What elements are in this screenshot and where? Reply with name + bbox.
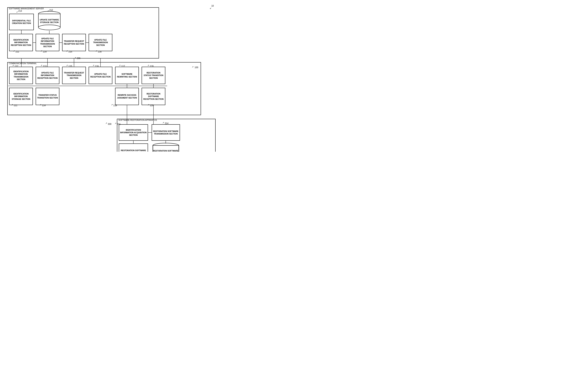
restoration-software-transmission-box: RESTORATION SOFTWARE TRANSMISSION SECTIO… [152, 124, 180, 141]
update-file-info-reception-box: UPDATE FILE INFORMATION RECEPTION SECTIO… [36, 67, 59, 84]
ref-215: 215 [69, 50, 72, 53]
restoration-software-storage-box: RESTORATION SOFTWARE STORAGE SECTION [152, 142, 180, 152]
ref-113: 113 [43, 65, 47, 68]
restoration-status-transition-box: RESTORATION STATUS TRANSITION SECTION [142, 67, 165, 84]
ref-311: 311 [117, 123, 121, 125]
id-info-acquisition-box: IDENTIFICATION INFORMATION ACQUISITION S… [119, 124, 148, 141]
ref-314: 314 [165, 122, 168, 125]
update-software-storage-box: UPDATE SOFTWARE STORAGE SECTION [38, 11, 61, 31]
ref-214: 214 [43, 50, 47, 53]
ref-111: 111 [14, 104, 17, 107]
restoration-ref-curve: ↗ [105, 122, 107, 125]
restoration-label: SOFTWARE RESTORATION APPARATUS [118, 119, 157, 121]
ref-10: 10 [211, 5, 214, 7]
ref-114: 114 [42, 104, 46, 107]
ref-116: 116 [95, 65, 99, 68]
update-file-transmission-box: UPDATE FILE TRANSMISSION SECTION [89, 34, 112, 51]
comm-ref-curve: ↗ [192, 66, 193, 68]
restoration-software-selection-box: RESTORATION SOFTWARE SELECTION SECTION [119, 143, 148, 152]
ref-115: 115 [69, 65, 72, 68]
ref-216: 216 [98, 50, 102, 53]
rewrite-success-judgment-box: REWRITE SUCCESS JUDGMENT SECTION [115, 88, 139, 105]
update-file-info-transmission-box: UPDATE FILE INFORMATION TRANSMISSION SEC… [36, 34, 59, 51]
ref-212: 212 [49, 9, 53, 11]
server-label: SOFTWARE MANAGEMENT SERVER [9, 8, 44, 10]
restoration-ref: 300 [108, 123, 111, 125]
comm-ref: 100 [194, 66, 198, 69]
transfer-request-reception-box: TRANSFER REQUEST RECEPTION SECTION [62, 34, 86, 51]
ref-117: 117 [121, 65, 125, 68]
server-ref: 200 [77, 57, 80, 60]
ref-119: 119 [150, 65, 153, 68]
svg-point-2 [38, 25, 60, 30]
server-ref-curve: ↗ [74, 57, 76, 59]
transfer-request-transmission-box: TRANSFER REQUEST TRANSMISSION SECTION [62, 67, 86, 84]
ref-10-arrow: ↙ [210, 7, 212, 10]
id-info-storage-box: IDENTIFICATION INFORMATION STORAGE SECTI… [9, 88, 33, 105]
id-info-reception-box: IDENTIFICATION INFORMATION RECEPTION SEC… [9, 34, 33, 51]
ref-211: 211 [15, 50, 19, 53]
diagram-container: 10 ↙ SOFTWARE MANAGEMENT SERVER 200 ↗ CO… [4, 4, 216, 148]
ref-120: 120 [150, 104, 153, 107]
ref-213: 213 [18, 10, 22, 12]
ref-112: 112 [15, 65, 18, 68]
restoration-software-reception-box: RESTORATION SOFTWARE RECEPTION SECTION [142, 88, 165, 105]
software-rewriting-box: SOFTWARE REWRITING SECTION [115, 67, 139, 84]
transfer-status-transition-box: TRANSFER STATUS TRANSITION SECTION [36, 88, 59, 105]
diff-file-creation-box: DIFFERENTIAL FILE CREATION SECTION [9, 14, 34, 30]
id-info-transmission-box: IDENTIFICATION INFORMATION TRANSMISSION … [9, 67, 33, 84]
ref-118: 118 [113, 104, 117, 107]
update-file-reception-box: UPDATE FILE RECEPTION SECTION [89, 67, 112, 84]
